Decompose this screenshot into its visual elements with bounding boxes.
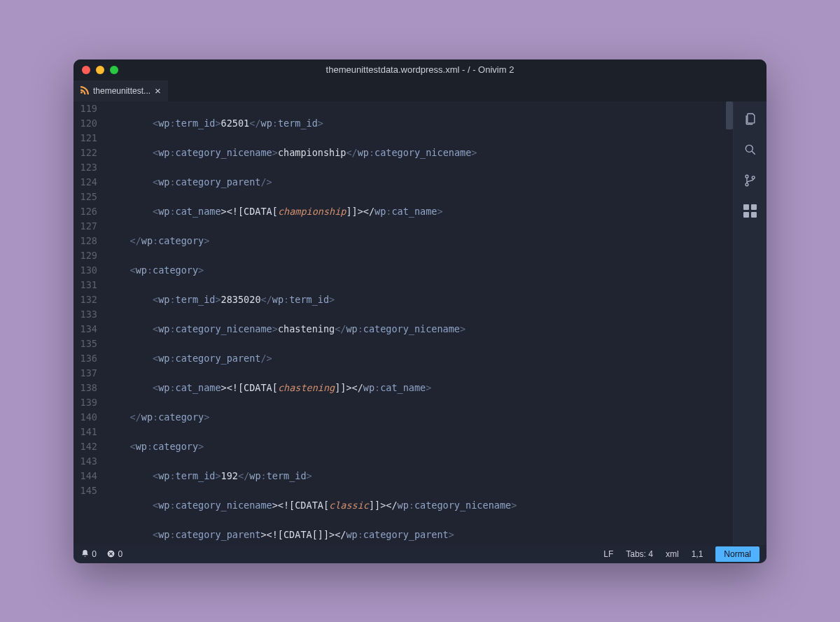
svg-point-0 [746,145,752,152]
scroll-thumb[interactable] [726,101,733,129]
status-tabs[interactable]: Tabs: 4 [626,549,653,559]
minimize-window-button[interactable] [96,66,104,74]
tab-file[interactable]: themeunittest... × [74,80,168,101]
tab-label: themeunittest... [93,86,150,96]
close-tab-icon[interactable]: × [155,85,161,97]
status-language[interactable]: xml [666,549,679,559]
code-area[interactable]: <wp:term_id>62501</wp:term_id> <wp:categ… [104,101,733,545]
window-controls [82,66,118,74]
status-position[interactable]: 1,1 [692,549,704,559]
git-branch-icon[interactable] [743,173,758,188]
search-icon[interactable] [743,142,758,157]
titlebar[interactable]: themeunittestdata.wordpress.xml - / - On… [74,59,766,80]
extensions-icon[interactable] [743,204,758,219]
rss-icon [80,86,89,96]
scrollbar[interactable] [726,101,733,545]
activity-bar [733,101,766,545]
svg-point-2 [746,183,748,185]
app-window: themeunittestdata.wordpress.xml - / - On… [74,59,766,563]
files-icon[interactable] [743,111,758,127]
maximize-window-button[interactable] [110,66,118,74]
status-bar: 0 0 LF Tabs: 4 xml 1,1 Normal [74,545,766,563]
status-eol[interactable]: LF [603,549,613,559]
svg-point-3 [752,176,755,178]
line-gutter: 1191201211221231241251261271281291301311… [74,101,104,545]
editor[interactable]: 1191201211221231241251261271281291301311… [74,101,733,545]
notifications-button[interactable]: 0 [80,549,97,559]
tab-bar: themeunittest... × [74,80,766,101]
window-title: themeunittestdata.wordpress.xml - / - On… [74,64,766,75]
svg-point-1 [746,175,748,178]
close-window-button[interactable] [82,66,90,74]
status-mode[interactable]: Normal [715,546,760,562]
errors-button[interactable]: 0 [106,549,122,559]
